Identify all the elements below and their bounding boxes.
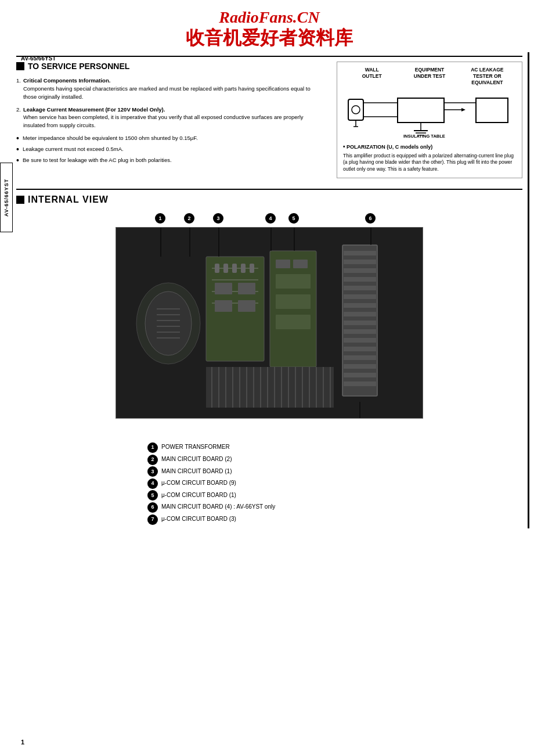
svg-rect-41 <box>293 260 308 268</box>
svg-rect-48 <box>344 268 376 273</box>
svg-rect-35 <box>215 283 232 294</box>
diagram-wrapper: 1 2 3 4 5 6 <box>116 211 423 419</box>
comp-item-2: 2 MAIN CIRCUIT BOARD (2) <box>147 454 391 465</box>
svg-rect-44 <box>276 315 311 329</box>
bullet-list: Meter impedance should be equivalent to … <box>16 134 325 165</box>
svg-rect-42 <box>276 274 311 289</box>
component-list: 1 POWER TRANSFORMER 2 MAIN CIRCUIT BOARD… <box>147 442 391 525</box>
svg-rect-51 <box>344 294 376 299</box>
list-item-1: 1. Critical Components Information. Comp… <box>16 77 325 100</box>
service-title: TO SERVICE PERSONNEL <box>16 62 325 71</box>
comp-label-5: μ-COM CIRCUIT BOARD (1) <box>161 490 236 500</box>
internal-photo: 7 <box>116 227 423 419</box>
comp-label-3: MAIN CIRCUIT BOARD (1) <box>161 466 232 476</box>
leakage-diagram: WALLOUTLET EQUIPMENTUNDER TEST AC LEAKAG… <box>337 62 522 178</box>
polarization-section: • POLARIZATION (U, C models only) This a… <box>343 143 516 174</box>
callout-1: 1 <box>155 213 165 224</box>
callout-2: 2 <box>184 213 194 224</box>
comp-item-6: 6 MAIN CIRCUIT BOARD (4) : AV-66YST only <box>147 502 391 513</box>
label-wall-outlet: WALLOUTLET <box>343 67 400 86</box>
svg-rect-53 <box>344 312 376 316</box>
label-equipment: EQUIPMENTUNDER TEST <box>400 67 458 86</box>
comp-label-2: MAIN CIRCUIT BOARD (2) <box>161 454 232 464</box>
right-border <box>528 52 529 528</box>
model-number: AV-65/66YST <box>21 55 56 62</box>
callout-row: 1 2 3 4 5 6 <box>116 211 423 227</box>
comp-item-3: 3 MAIN CIRCUIT BOARD (1) <box>147 466 391 477</box>
comp-item-5: 5 μ-COM CIRCUIT BOARD (1) <box>147 490 391 501</box>
svg-rect-55 <box>344 329 376 334</box>
service-section: TO SERVICE PERSONNEL 1. Critical Compone… <box>16 62 522 178</box>
site-name-en: RadioFans.CN <box>16 8 522 27</box>
svg-rect-0 <box>348 99 363 120</box>
internal-section: INTERNAL VIEW 1 2 3 4 <box>16 189 522 525</box>
list-item-1-body: Components having special characteristic… <box>23 85 311 100</box>
bullet-item-2: Leakage current must not exceed 0.5mA. <box>16 145 325 153</box>
diagram-labels: WALLOUTLET EQUIPMENTUNDER TEST AC LEAKAG… <box>343 67 516 86</box>
circuit-svg: INSULATING TABLE <box>345 89 514 138</box>
svg-rect-8 <box>476 98 508 123</box>
header: RadioFans.CN 收音机爱好者资料库 <box>16 5 522 50</box>
service-right: WALLOUTLET EQUIPMENTUNDER TEST AC LEAKAG… <box>337 62 522 178</box>
svg-rect-47 <box>344 260 376 264</box>
callout-6: 6 <box>365 213 376 224</box>
svg-rect-30 <box>215 264 219 273</box>
svg-rect-58 <box>344 355 376 360</box>
internal-view-title: INTERNAL VIEW <box>16 195 522 205</box>
svg-rect-50 <box>344 286 376 290</box>
side-label: AV-65/66YST <box>0 163 13 232</box>
comp-label-4: μ-COM CIRCUIT BOARD (9) <box>161 478 236 488</box>
comp-label-1: POWER TRANSFORMER <box>161 442 230 452</box>
title-square <box>16 62 24 70</box>
svg-rect-40 <box>276 260 290 268</box>
bullet-item-3: Be sure to test for leakage with the AC … <box>16 156 325 164</box>
svg-rect-57 <box>344 347 376 351</box>
svg-rect-52 <box>344 303 376 308</box>
bullet-item-1: Meter impedance should be equivalent to … <box>16 134 325 142</box>
svg-rect-60 <box>344 373 376 377</box>
comp-label-6: MAIN CIRCUIT BOARD (4) : AV-66YST only <box>161 502 275 512</box>
svg-rect-36 <box>238 283 255 294</box>
svg-rect-38 <box>238 300 255 312</box>
list-item-2-body: When service has been completed, it is i… <box>23 114 304 128</box>
svg-rect-54 <box>344 321 376 325</box>
svg-rect-31 <box>223 264 228 273</box>
svg-point-18 <box>145 291 192 355</box>
callout-5: 5 <box>288 213 299 224</box>
svg-text:INSULATING TABLE: INSULATING TABLE <box>403 134 445 138</box>
list-item-2: 2. Leakage Current Measurement (For 120V… <box>16 106 325 129</box>
comp-item-7: 7 μ-COM CIRCUIT BOARD (3) <box>147 514 391 525</box>
divider-2 <box>16 189 522 190</box>
comp-item-4: 4 μ-COM CIRCUIT BOARD (9) <box>147 478 391 489</box>
page-number: 1 <box>21 739 24 746</box>
pol-text: This amplifier product is equipped with … <box>343 153 516 174</box>
pol-title: • POLARIZATION (U, C models only) <box>343 143 516 151</box>
svg-marker-7 <box>461 108 466 111</box>
svg-rect-46 <box>344 251 376 255</box>
svg-rect-61 <box>344 381 376 386</box>
svg-rect-43 <box>276 294 311 309</box>
callout-3: 3 <box>213 213 223 224</box>
list-item-2-title: Leakage Current Measurement (For 120V Mo… <box>23 106 165 113</box>
svg-rect-4 <box>398 98 444 123</box>
label-ac-leakage: AC LEAKAGETESTER OREQUIVALENT <box>459 67 516 86</box>
site-name-cn: 收音机爱好者资料库 <box>16 27 522 49</box>
svg-rect-34 <box>250 264 254 273</box>
comp-item-1: 1 POWER TRANSFORMER <box>147 442 391 453</box>
svg-rect-59 <box>344 364 376 369</box>
svg-rect-33 <box>241 264 246 273</box>
title-square-2 <box>16 196 24 204</box>
list-item-1-title: Critical Components Information. <box>23 77 110 84</box>
svg-rect-37 <box>215 300 232 312</box>
svg-rect-32 <box>232 264 237 273</box>
svg-rect-62 <box>206 367 334 408</box>
service-left: TO SERVICE PERSONNEL 1. Critical Compone… <box>16 62 325 178</box>
svg-rect-49 <box>344 277 376 282</box>
callout-4: 4 <box>265 213 276 224</box>
comp-label-7: μ-COM CIRCUIT BOARD (3) <box>161 514 236 524</box>
svg-rect-56 <box>344 338 376 343</box>
divider-1 <box>16 56 522 57</box>
internal-svg <box>116 228 423 419</box>
numbered-list: 1. Critical Components Information. Comp… <box>16 77 325 129</box>
